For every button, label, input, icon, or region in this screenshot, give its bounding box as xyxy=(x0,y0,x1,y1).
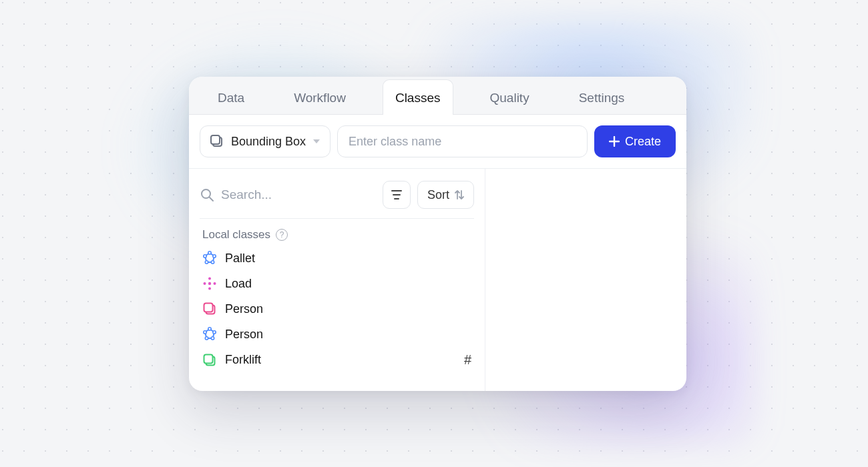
svg-point-8 xyxy=(208,282,211,285)
class-row[interactable]: Pallet xyxy=(189,246,485,271)
class-name-label: Load xyxy=(225,277,252,291)
help-icon[interactable]: ? xyxy=(276,229,288,241)
svg-point-6 xyxy=(205,261,208,264)
detail-panel xyxy=(485,169,686,391)
svg-point-16 xyxy=(213,331,216,334)
svg-point-5 xyxy=(211,261,214,264)
annotation-type-select[interactable]: Bounding Box xyxy=(200,125,331,157)
tab-bar: Data Workflow Classes Quality Settings xyxy=(189,77,686,115)
class-row[interactable]: Load xyxy=(189,271,485,296)
sort-arrows-icon xyxy=(455,189,464,200)
polygon-icon xyxy=(202,327,217,342)
class-row[interactable]: Person xyxy=(189,322,485,347)
class-name-label: Forklift xyxy=(225,353,261,367)
local-classes-label: Local classes xyxy=(202,228,270,242)
tab-quality[interactable]: Quality xyxy=(477,79,542,115)
svg-point-19 xyxy=(204,331,206,334)
bbox-icon xyxy=(202,302,217,316)
svg-point-11 xyxy=(204,282,206,285)
svg-point-7 xyxy=(204,255,206,258)
tab-classes[interactable]: Classes xyxy=(383,79,453,115)
svg-rect-21 xyxy=(204,354,213,363)
id-indicator-icon: # xyxy=(464,352,471,368)
annotation-type-label: Bounding Box xyxy=(231,135,306,149)
create-class-toolbar: Bounding Box Create xyxy=(189,115,686,169)
svg-point-15 xyxy=(208,328,211,330)
class-list-panel: Sort Local classes ? xyxy=(189,169,485,391)
sort-button[interactable]: Sort xyxy=(417,181,474,209)
create-button-label: Create xyxy=(625,135,661,149)
class-name-label: Person xyxy=(225,302,263,316)
polygon-icon xyxy=(202,251,217,266)
bbox-icon xyxy=(210,134,224,149)
filter-button[interactable] xyxy=(383,181,411,209)
plus-icon xyxy=(609,136,620,147)
bbox-icon xyxy=(202,353,217,368)
svg-point-4 xyxy=(213,255,216,258)
class-row[interactable]: Forklift # xyxy=(189,347,485,373)
search-input[interactable] xyxy=(221,187,376,202)
svg-point-2 xyxy=(202,189,210,198)
chevron-down-icon xyxy=(312,138,320,145)
svg-point-3 xyxy=(208,252,211,254)
class-name-label: Pallet xyxy=(225,252,255,266)
class-row[interactable]: Person xyxy=(189,296,485,322)
svg-point-12 xyxy=(214,282,216,285)
tab-data[interactable]: Data xyxy=(205,79,257,115)
local-classes-header: Local classes ? xyxy=(189,219,485,246)
keypoint-icon xyxy=(202,276,217,291)
search-icon xyxy=(200,187,214,202)
svg-rect-14 xyxy=(204,304,213,312)
svg-point-10 xyxy=(208,288,211,290)
svg-point-9 xyxy=(208,278,211,280)
sort-button-label: Sort xyxy=(427,188,449,202)
svg-point-18 xyxy=(205,337,208,340)
tab-settings[interactable]: Settings xyxy=(566,79,638,115)
tab-workflow[interactable]: Workflow xyxy=(281,79,359,115)
class-name-input[interactable] xyxy=(337,125,588,157)
create-button[interactable]: Create xyxy=(594,125,676,157)
filter-icon xyxy=(391,189,403,200)
class-name-label: Person xyxy=(225,328,263,342)
svg-point-17 xyxy=(211,337,214,340)
svg-rect-1 xyxy=(211,135,220,144)
classes-panel: Data Workflow Classes Quality Settings B… xyxy=(189,77,686,391)
